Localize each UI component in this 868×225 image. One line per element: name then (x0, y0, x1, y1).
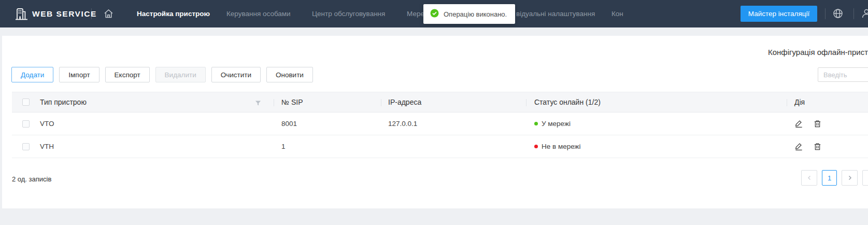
install-wizard-button[interactable]: Майстер інсталяції (741, 6, 817, 22)
ip-cell: 127.0.0.1 (381, 112, 526, 135)
table-header-row: Тип пристрою № SIP IP-адреса Статус онла… (12, 92, 868, 112)
brand-title: WEB SERVICE (32, 0, 97, 27)
next-page-button[interactable] (842, 170, 858, 186)
nav-item-person-management[interactable]: Керування особами (226, 0, 291, 27)
column-header-sip: № SIP (274, 92, 381, 112)
nav-item-network[interactable]: Мере (407, 0, 424, 27)
page-title: Конфігурація офлайн-пристр (768, 48, 868, 57)
nav-item-config[interactable]: Кон (611, 0, 623, 27)
prev-page-button (801, 170, 817, 186)
status-cell: У мережі (526, 112, 787, 135)
import-button[interactable]: Імпорт (59, 67, 99, 82)
status-label: У мережі (542, 120, 571, 128)
column-header-ip: IP-адреса (381, 92, 526, 112)
nav-item-device-settings[interactable]: Настройка пристрою (137, 0, 210, 27)
page-number-button[interactable]: 1 (822, 170, 837, 186)
column-header-device-type: Тип пристрою (34, 92, 274, 112)
record-count: 2 од. записів (12, 175, 51, 183)
sip-cell: 8001 (274, 112, 381, 135)
navbar-divider (825, 8, 826, 19)
status-cell: Не в мережі (526, 135, 787, 158)
delete-icon[interactable] (813, 142, 822, 151)
device-table: Тип пристрою № SIP IP-адреса Статус онла… (12, 92, 868, 158)
navbar-divider (91, 8, 92, 19)
row-checkbox[interactable] (22, 120, 30, 128)
row-checkbox[interactable] (22, 143, 30, 150)
edit-icon[interactable] (794, 142, 803, 151)
app-window: WEB SERVICE Настройка пристрою Керування… (0, 0, 868, 225)
delete-button: Видалити (155, 67, 206, 82)
online-status-dot (534, 122, 538, 125)
building-logo-icon (14, 6, 29, 23)
language-globe-icon[interactable] (832, 8, 844, 21)
clear-button[interactable]: Очистити (211, 67, 261, 82)
success-check-icon (430, 9, 439, 19)
select-all-checkbox[interactable] (22, 99, 30, 106)
user-account-icon[interactable] (861, 8, 868, 21)
status-label: Не в мережі (542, 143, 581, 150)
device-type-cell: VTO (34, 112, 274, 135)
filter-funnel-icon[interactable] (255, 100, 261, 108)
toast-message: Операцію виконано. (444, 10, 507, 18)
edit-icon[interactable] (794, 119, 803, 128)
sip-cell: 1 (274, 135, 381, 158)
export-button[interactable]: Експорт (105, 67, 150, 82)
pagination: 1 (801, 170, 868, 186)
success-toast: Операцію виконано. (423, 4, 515, 24)
delete-icon[interactable] (813, 119, 822, 128)
nav-item-individual-settings[interactable]: відуальні налаштування (516, 0, 595, 27)
column-header-status: Статус онлайн (1/2) (526, 92, 787, 112)
nav-item-service-center[interactable]: Центр обслуговування (312, 0, 385, 27)
offline-status-dot (534, 145, 538, 148)
device-type-cell: VTH (34, 135, 274, 158)
toolbar: Додати Імпорт Експорт Видалити Очистити … (11, 67, 313, 82)
table-row: VTO 8001 127.0.0.1 У мережі (12, 112, 868, 135)
column-header-action: Дія (787, 92, 868, 112)
table-row: VTH 1 Не в мережі (12, 135, 868, 158)
refresh-button[interactable]: Оновити (266, 67, 313, 82)
ip-cell (381, 135, 526, 158)
add-button[interactable]: Додати (11, 67, 53, 82)
page-extra-button[interactable] (862, 170, 868, 186)
search-input[interactable] (818, 67, 868, 82)
navbar-divider (853, 8, 854, 19)
home-icon[interactable] (103, 8, 114, 21)
